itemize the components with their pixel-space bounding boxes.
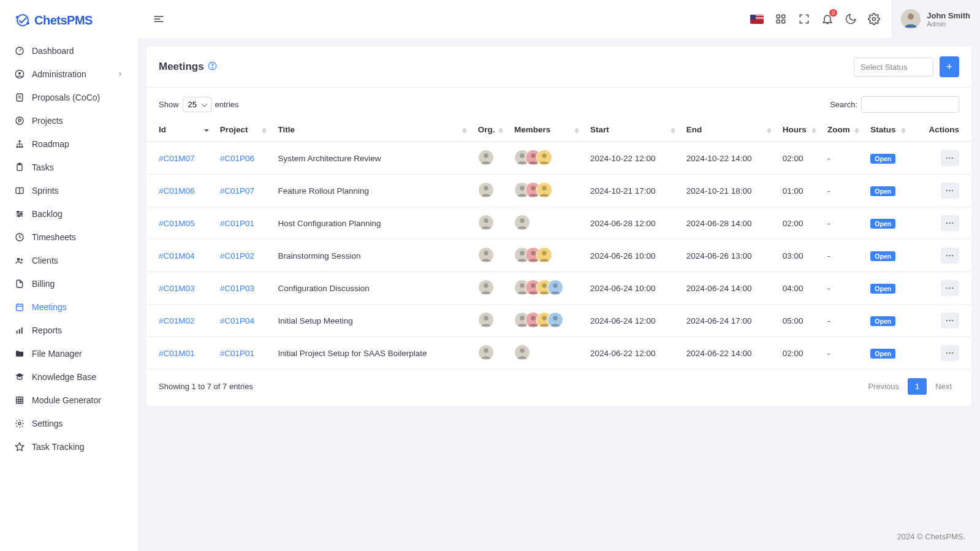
cell-members [508, 240, 584, 272]
sidebar-item-proposals-coco-[interactable]: Proposals (CoCo) [0, 86, 138, 109]
project-link[interactable]: #C01P02 [220, 251, 254, 260]
meeting-id-link[interactable]: #C01M02 [159, 316, 195, 325]
cell-status: Open [864, 175, 911, 207]
cell-title: Initial Project Setup for SAAS Boilerpla… [272, 337, 471, 370]
member-avatars [514, 215, 530, 230]
sidebar-item-clients[interactable]: Clients [0, 249, 138, 272]
pager-page-1-button[interactable]: 1 [908, 378, 927, 395]
status-badge: Open [870, 251, 895, 261]
sidebar-item-timesheets[interactable]: Timesheets [0, 226, 138, 249]
sidebar-item-module-generator[interactable]: Module Generator [0, 389, 138, 412]
sidebar-item-reports[interactable]: Reports [0, 319, 138, 342]
cell-title: Feature Rollout Planning [272, 175, 471, 207]
language-flag-icon[interactable] [750, 15, 764, 24]
svg-rect-45 [777, 20, 780, 23]
cell-members [508, 305, 584, 337]
row-actions-button[interactable]: ··· [941, 313, 959, 329]
meeting-id-link[interactable]: #C01M07 [159, 154, 195, 163]
folder-icon [15, 349, 25, 359]
col-org-[interactable]: Org. [472, 119, 508, 142]
col-zoom[interactable]: Zoom [821, 119, 864, 142]
dark-mode-icon[interactable] [845, 13, 857, 25]
hours: 02:00 [783, 219, 803, 228]
col-status[interactable]: Status [864, 119, 911, 142]
cell-title: System Architecture Review [272, 142, 471, 175]
col-id[interactable]: Id [146, 119, 214, 142]
pager-prev-button[interactable]: Previous [860, 378, 906, 395]
table-row: #C01M06#C01P07Feature Rollout Planning20… [146, 175, 971, 207]
col-members[interactable]: Members [508, 119, 584, 142]
sidebar-item-label: Projects [32, 116, 63, 126]
cell-members [508, 337, 584, 370]
status-filter-select[interactable]: Select Status [854, 58, 933, 77]
fullscreen-icon[interactable] [798, 13, 810, 25]
sidebar-item-knowledge-base[interactable]: Knowledge Base [0, 365, 138, 389]
col-label: Id [159, 125, 166, 134]
help-icon[interactable] [208, 61, 217, 72]
project-link[interactable]: #C01P04 [220, 316, 254, 325]
settings-gear-icon[interactable] [868, 13, 880, 25]
project-link[interactable]: #C01P06 [220, 154, 254, 163]
project-link[interactable]: #C01P01 [220, 219, 254, 228]
sidebar-item-settings[interactable]: Settings [0, 412, 138, 435]
sidebar-item-task-tracking[interactable]: Task Tracking [0, 435, 138, 458]
notification-bell-icon[interactable]: 0 [821, 13, 834, 25]
apps-grid-icon[interactable] [775, 13, 787, 25]
search-input[interactable] [861, 96, 959, 113]
cell-org [472, 305, 508, 337]
sidebar-item-projects[interactable]: Projects [0, 109, 138, 132]
col-start[interactable]: Start [584, 119, 680, 142]
meeting-title: System Architecture Review [278, 154, 381, 163]
sort-indicator-icon [854, 127, 859, 133]
project-link[interactable]: #C01P07 [220, 186, 254, 196]
meeting-id-link[interactable]: #C01M03 [159, 284, 195, 293]
menu-toggle-icon[interactable] [153, 13, 165, 25]
svg-rect-27 [17, 304, 23, 311]
col-project[interactable]: Project [214, 119, 272, 142]
sidebar-item-label: Billing [32, 279, 55, 289]
organizer-avatar-icon [478, 247, 494, 263]
sidebar-item-roadmap[interactable]: Roadmap [0, 132, 138, 156]
sidebar-item-dashboard[interactable]: Dashboard [0, 39, 138, 63]
page-length-select[interactable]: 25 [183, 97, 211, 112]
col-end[interactable]: End [680, 119, 777, 142]
calendar-icon [15, 302, 25, 312]
sidebar-item-tasks[interactable]: Tasks [0, 156, 138, 179]
hours: 03:00 [783, 251, 803, 260]
meeting-id-link[interactable]: #C01M06 [159, 186, 195, 196]
row-actions-button[interactable]: ··· [941, 183, 959, 199]
project-link[interactable]: #C01P03 [220, 284, 254, 293]
cell-zoom: - [821, 272, 864, 305]
sidebar-item-administration[interactable]: Administration [0, 63, 138, 86]
svg-rect-33 [21, 327, 23, 333]
start-time: 2024-06-24 10:00 [590, 284, 656, 293]
add-meeting-button[interactable]: + [940, 56, 959, 77]
pager-next-button[interactable]: Next [928, 378, 959, 395]
sidebar-item-billing[interactable]: Billing [0, 272, 138, 295]
brand-logo[interactable]: ChetsPMS [0, 7, 138, 39]
col-label: End [686, 125, 702, 134]
sidebar-item-file-manager[interactable]: File Manager [0, 342, 138, 365]
show-label-pre: Show [159, 100, 179, 109]
cell-hours: 04:00 [777, 272, 821, 305]
row-actions-button[interactable]: ··· [941, 345, 959, 361]
meeting-id-link[interactable]: #C01M04 [159, 251, 195, 260]
cell-title: Initial Setup Meeting [272, 305, 471, 337]
col-hours[interactable]: Hours [777, 119, 821, 142]
user-circle-icon [15, 69, 25, 79]
sidebar-item-backlog[interactable]: Backlog [0, 202, 138, 226]
row-actions-button[interactable]: ··· [941, 248, 959, 264]
user-menu[interactable]: John Smith Admin [891, 0, 980, 38]
sidebar-item-meetings[interactable]: Meetings [0, 295, 138, 319]
hours: 01:00 [783, 186, 803, 196]
row-actions-button[interactable]: ··· [941, 150, 959, 166]
meeting-id-link[interactable]: #C01M05 [159, 219, 195, 228]
meeting-id-link[interactable]: #C01M01 [159, 349, 195, 358]
sidebar-item-sprints[interactable]: Sprints [0, 179, 138, 202]
col-label: Hours [783, 125, 807, 134]
project-link[interactable]: #C01P01 [220, 349, 254, 358]
row-actions-button[interactable]: ··· [941, 215, 959, 231]
row-actions-button[interactable]: ··· [941, 280, 959, 296]
col-title[interactable]: Title [272, 119, 471, 142]
end-time: 2024-10-22 14:00 [686, 154, 752, 163]
